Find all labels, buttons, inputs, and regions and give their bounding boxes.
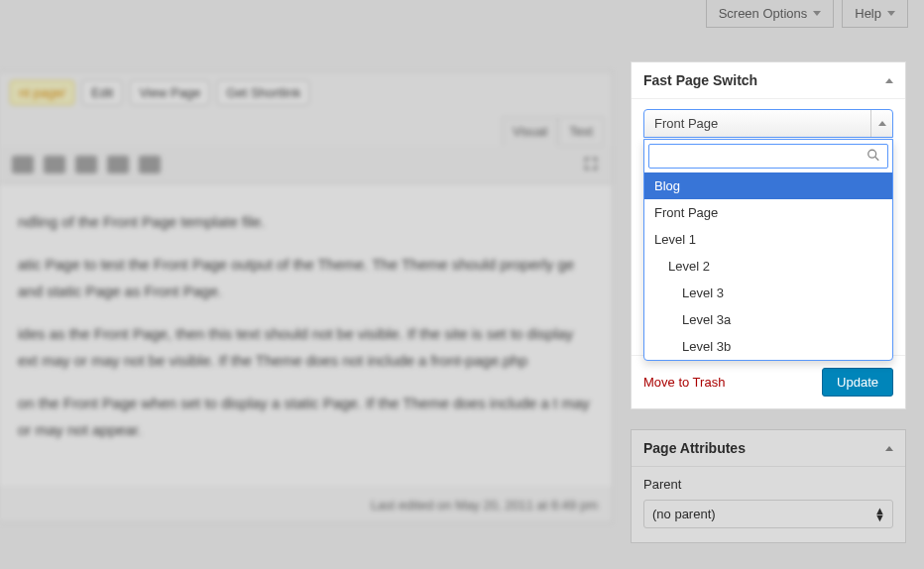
chevron-up-icon [885, 446, 893, 451]
toolbar-button[interactable] [75, 156, 97, 173]
view-page-chip[interactable]: View Page [130, 80, 209, 105]
result-option[interactable]: Level 3 [644, 280, 892, 306]
get-shortlink-chip[interactable]: Get Shortlink [217, 80, 309, 105]
content-line: atic Page to test the Front Page output … [18, 251, 594, 304]
chevron-up-icon [885, 78, 893, 83]
update-button[interactable]: Update [822, 368, 893, 397]
edit-chip[interactable]: Edit [82, 80, 122, 105]
result-option[interactable]: Front Page [644, 199, 892, 226]
editor-panel: nt page/ Edit View Page Get Shortlink Vi… [0, 71, 613, 523]
chevron-down-icon [887, 11, 895, 16]
toolbar-button[interactable] [44, 156, 65, 173]
select-arrow [870, 110, 892, 137]
svg-point-0 [868, 150, 876, 158]
fullscreen-icon[interactable] [584, 157, 600, 172]
tab-visual[interactable]: Visual [502, 117, 558, 146]
content-line: on the Front Page when set to display a … [18, 390, 594, 443]
result-option[interactable]: Level 3b [644, 333, 892, 360]
help-label: Help [855, 6, 881, 21]
fast-page-switch-panel: Fast Page Switch Front Page [631, 61, 906, 409]
result-option[interactable]: Level 1 [644, 226, 892, 253]
toolbar-button[interactable] [12, 156, 34, 173]
parent-label: Parent [643, 477, 893, 492]
editor-tabs: Visual Text [0, 113, 612, 146]
result-option[interactable]: Blog [644, 172, 892, 199]
chevron-up-icon [878, 121, 886, 126]
screen-options-label: Screen Options [719, 6, 808, 21]
page-select-results[interactable]: Blog Front Page Level 1 Level 2 Level 3 … [644, 172, 892, 360]
svg-line-1 [875, 157, 879, 161]
toolbar-button[interactable] [139, 156, 161, 173]
result-option[interactable]: Level 3a [644, 306, 892, 333]
toolbar-button[interactable] [107, 156, 129, 173]
page-select[interactable]: Front Page [643, 109, 893, 138]
fast-page-switch-title: Fast Page Switch [643, 72, 757, 88]
page-attributes-header[interactable]: Page Attributes [632, 430, 905, 467]
content-line: ndling of the Front Page template file. [18, 208, 594, 235]
editor-toolbar [0, 146, 612, 184]
page-select-dropdown: Blog Front Page Level 1 Level 2 Level 3 … [643, 139, 893, 361]
screen-options-button[interactable]: Screen Options [706, 0, 835, 28]
page-attributes-panel: Page Attributes Parent (no parent) ▲▼ [631, 429, 906, 543]
permalink-chip: nt page/ [10, 80, 74, 105]
page-search-input[interactable] [648, 144, 888, 169]
chevron-down-icon [813, 11, 821, 16]
parent-select[interactable]: (no parent) [643, 500, 893, 528]
page-attributes-title: Page Attributes [643, 440, 746, 456]
publish-actions: Move to Trash Update [632, 355, 905, 408]
tab-text[interactable]: Text [558, 117, 604, 146]
content-line: ides as the Front Page, then this text s… [18, 320, 594, 374]
help-button[interactable]: Help [842, 0, 908, 28]
editor-content[interactable]: ndling of the Front Page template file. … [0, 184, 612, 487]
search-icon [866, 148, 880, 165]
editor-permalink-row: nt page/ Edit View Page Get Shortlink [0, 72, 612, 113]
editor-last-edited: Last edited on May 20, 2011 at 6:49 pm [0, 487, 612, 522]
page-select-value: Front Page [654, 116, 718, 131]
result-option[interactable]: Level 2 [644, 253, 892, 280]
move-to-trash-link[interactable]: Move to Trash [643, 375, 725, 390]
fast-page-switch-header[interactable]: Fast Page Switch [632, 62, 905, 99]
